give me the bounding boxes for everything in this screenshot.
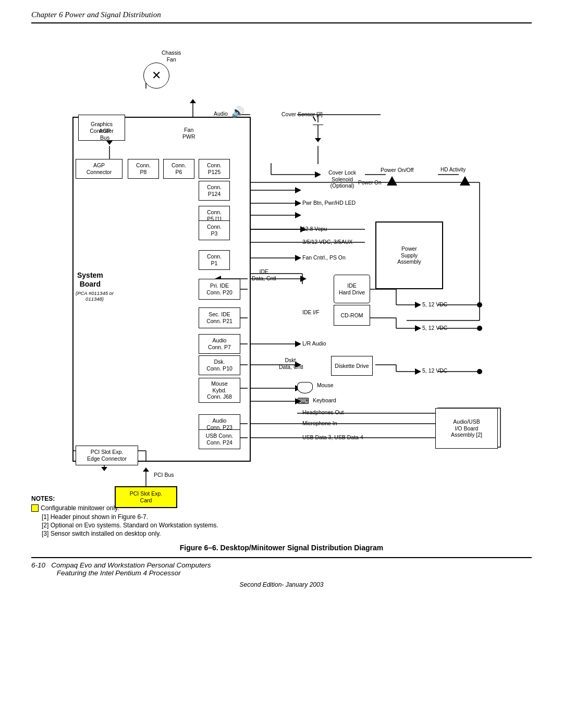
svg-marker-25 (300, 276, 307, 282)
ide-data-label: IDEData, Cntl (252, 268, 276, 281)
mouse-symbol (297, 382, 313, 393)
system-board-label: SystemBoard (77, 271, 103, 289)
pwr-btn-label: Pwr Btn, Pwr/HD LED (302, 200, 356, 206)
dsk-p10-box: Dsk.Conn. P10 (199, 355, 240, 375)
pci-card-box: PCI Slot Exp.Card (115, 486, 177, 508)
svg-marker-73 (101, 467, 107, 471)
audio-usb-box: Audio/USBI/O BoardAssembly [2] (435, 408, 498, 449)
svg-marker-95 (460, 176, 470, 186)
audio-p7-box: AudioConn. P7 (199, 334, 240, 354)
ide-if-label: IDE I/F (302, 309, 320, 316)
system-board-sub: (PCA #011345 or011348) (76, 290, 114, 302)
svg-marker-53 (415, 368, 421, 375)
svg-point-33 (477, 302, 482, 307)
vdc3-label: 5, 12 VDC (422, 367, 447, 374)
note-yellow-box (31, 504, 39, 512)
svg-marker-15 (295, 187, 301, 193)
chapter-header: Chapter 6 Power and Signal Distribution (31, 10, 532, 23)
diagram-area: ChassisFan ✕ GraphicsController Audio 🔊 … (42, 34, 521, 487)
lr-audio-label: L/R Audio (302, 340, 326, 347)
note-item-3: [2] Optional on Evo systems. Standard on… (42, 522, 532, 529)
vdc1-label: 5, 12 VDC (422, 301, 447, 308)
chassis-fan-label: ChassisFan (162, 50, 181, 63)
power-on-label: Power On (358, 180, 381, 186)
pci-bus-label: PCI Bus (154, 472, 174, 478)
power-on-off-label: Power On/Off (381, 167, 413, 174)
ide-hard-drive-box: IDEHard Drive (334, 275, 370, 303)
conn-p6-box: Conn.P6 (163, 159, 194, 179)
pci-slot-edge-box: PCI Slot Exp.Edge Connector (76, 446, 138, 465)
svg-marker-39 (415, 325, 421, 331)
keyboard-text-label: Keyboard (313, 397, 336, 404)
cover-lock-label: Cover LockSolenoid(Optional) (328, 169, 356, 189)
svg-marker-89 (315, 171, 321, 178)
svg-marker-7 (315, 138, 321, 142)
footer-text: 6-10 Compaq Evo and Workstation Personal… (31, 561, 532, 577)
svg-marker-31 (415, 302, 421, 308)
agp-bus-label: AGPBus (99, 128, 111, 141)
power-supply-box: PowerSupplyAssembly (375, 221, 443, 289)
hd-activity-symbol (459, 175, 472, 188)
pri-ide-box: Pri. IDEConn. P20 (199, 279, 240, 300)
audio-label: Audio 🔊 (214, 106, 244, 118)
power-on-symbol (386, 175, 399, 188)
page: Chapter 6 Power and Signal Distribution (0, 0, 563, 728)
conn-p124-box: Conn.P124 (199, 181, 230, 201)
conn-p1-box: Conn.P1 (199, 250, 230, 270)
footer-bar: 6-10 Compaq Evo and Workstation Personal… (31, 557, 532, 577)
notes-title: NOTES: (31, 495, 532, 502)
usb-data-label: USB Data 3, USB Data 4 (302, 434, 363, 441)
fan-cntrl-label: Fan Cntrl., PS On (302, 254, 346, 261)
note-item-2: [1] Header pinout shown in Figure 6-7. (42, 513, 532, 521)
microphone-label: Microphone In (302, 420, 337, 427)
hd-activity-label: HD Activity (440, 167, 466, 173)
dskt-data-label: Dskt.Data, Cntl (279, 357, 303, 370)
svg-marker-17 (295, 212, 301, 218)
note-item-1: Configurable minitower only. (31, 504, 532, 512)
mouse-text-label: Mouse (317, 382, 334, 389)
chapter-title: Chapter 6 Power and Signal Distribution (31, 10, 161, 19)
svg-marker-78 (143, 467, 149, 472)
fan-pwr-label: FanPWR (182, 127, 195, 140)
svg-marker-22 (295, 255, 301, 261)
edition-text: Second Edition- January 2003 (31, 581, 532, 588)
keyboard-symbol: ⌨ (297, 396, 309, 406)
vdc2-label: 5, 12 VDC (422, 325, 447, 331)
figure-caption: Figure 6–6. Desktop/Minitower Signal Dis… (31, 544, 532, 552)
headphones-label: Headphones Out (302, 409, 344, 416)
svg-marker-13 (295, 200, 301, 206)
agp-connector-box: AGPConnector (76, 159, 123, 179)
sec-ide-box: Sec. IDEConn. P21 (199, 307, 240, 328)
notes-section: NOTES: Configurable minitower only. [1] … (31, 495, 532, 537)
mouse-kybd-box: MouseKybd.Conn. J68 (199, 378, 240, 403)
conn-p3-box: Conn.P3 (199, 220, 230, 240)
svg-marker-4 (106, 141, 113, 145)
svg-point-55 (477, 369, 482, 374)
cd-rom-box: CD-ROM (334, 305, 370, 326)
svg-marker-45 (295, 341, 301, 347)
svg-point-41 (477, 326, 482, 331)
usb-p24-box: USB Conn.Conn. P24 (199, 429, 240, 449)
fan-symbol: ✕ (143, 63, 169, 89)
diskette-drive-box: Diskette Drive (331, 356, 373, 376)
cover-sensor-label: Cover Sensor [3] (282, 111, 323, 118)
svg-marker-94 (387, 176, 397, 186)
svg-marker-83 (190, 99, 196, 103)
note-item-4: [3] Sensor switch installed on desktop o… (42, 530, 532, 537)
conn-p8-box: Conn.P8 (128, 159, 159, 179)
vdc-label: 3/5/12 VDC, 3/5AUX (302, 239, 352, 245)
conn-p125-box: Conn.P125 (199, 159, 230, 179)
vcpu-label: 12.8 Vcpu (302, 226, 327, 232)
